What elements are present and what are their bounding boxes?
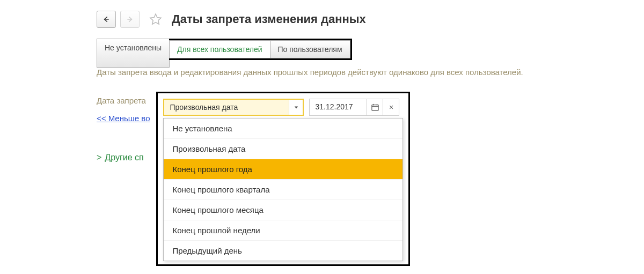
calendar-icon <box>371 103 379 111</box>
dropdown-item[interactable]: Конец прошлой недели <box>164 220 402 241</box>
select-current-value: Произвольная дата <box>164 100 289 115</box>
dropdown-list: Не установлена Произвольная дата Конец п… <box>163 118 403 261</box>
star-icon <box>149 13 162 26</box>
forward-arrow-icon <box>126 16 134 23</box>
clear-date-button[interactable]: × <box>383 99 399 116</box>
other-methods-link[interactable]: Другие сп <box>105 153 143 162</box>
tabs-wrapper: Не установлены Для всех пользователей По… <box>97 39 644 68</box>
date-restriction-label: Дата запрета <box>97 92 150 105</box>
dropdown-highlighted-area: Произвольная дата 31.12.2017 × Не устано… <box>156 92 410 266</box>
less-options-link[interactable]: << Меньше во <box>97 114 150 123</box>
page-title: Даты запрета изменения данных <box>172 12 366 26</box>
date-input[interactable]: 31.12.2017 <box>309 99 367 116</box>
dropdown-item[interactable]: Предыдущий день <box>164 241 402 261</box>
tab-by-users[interactable]: По пользователям <box>270 40 350 58</box>
description-text: Даты запрета ввода и редактирования данн… <box>97 68 644 77</box>
dropdown-item[interactable]: Конец прошлого месяца <box>164 200 402 220</box>
dropdown-item[interactable]: Конец прошлого квартала <box>164 180 402 200</box>
date-input-group: 31.12.2017 × <box>309 99 399 116</box>
dropdown-item[interactable]: Произвольная дата <box>164 139 402 159</box>
select-dropdown-button[interactable] <box>289 100 303 115</box>
restriction-type-select[interactable]: Произвольная дата <box>163 99 304 116</box>
caret-down-icon <box>294 105 298 109</box>
dropdown-item[interactable]: Не установлена <box>164 119 402 139</box>
svg-marker-3 <box>295 106 298 108</box>
svg-rect-4 <box>372 105 378 111</box>
calendar-button[interactable] <box>367 99 383 116</box>
svg-marker-2 <box>150 14 161 24</box>
nav-back-button[interactable] <box>97 11 116 28</box>
controls-row: Произвольная дата 31.12.2017 × <box>163 99 403 116</box>
favorite-star-button[interactable] <box>148 12 163 27</box>
nav-forward-button[interactable] <box>120 11 140 28</box>
dropdown-item-highlighted[interactable]: Конец прошлого года <box>164 159 402 180</box>
header-row: Даты запрета изменения данных <box>97 11 644 28</box>
chevron-right-icon: > <box>97 153 101 162</box>
tab-all-users[interactable]: Для всех пользователей <box>169 40 269 58</box>
main-form-row: Дата запрета << Меньше во > Другие сп Пр… <box>97 92 644 266</box>
back-arrow-icon <box>103 16 110 23</box>
tabs-highlighted-group: Для всех пользователей По пользователям <box>169 39 352 60</box>
tab-not-set[interactable]: Не установлены <box>97 39 170 68</box>
